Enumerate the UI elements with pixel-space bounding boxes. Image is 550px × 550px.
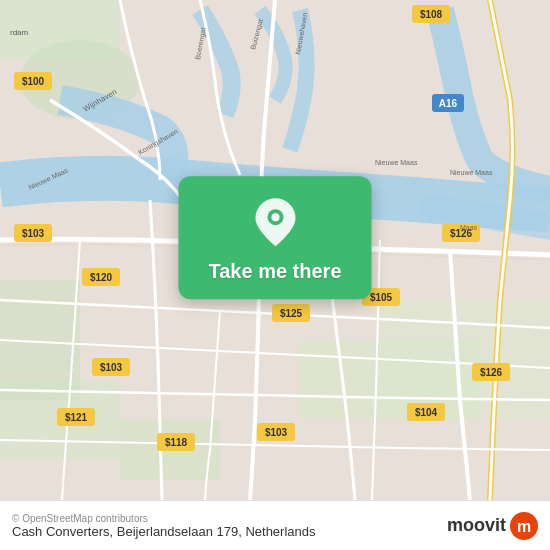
- take-me-there-button[interactable]: Take me there: [178, 176, 371, 299]
- moovit-brand-text: moovit: [447, 515, 506, 536]
- svg-text:Maas: Maas: [460, 224, 478, 231]
- cta-label-text: Take me there: [208, 260, 341, 283]
- svg-text:$105: $105: [370, 292, 393, 303]
- svg-text:$108: $108: [420, 9, 443, 20]
- copyright-text: © OpenStreetMap contributors: [12, 513, 316, 524]
- moovit-icon: m: [510, 512, 538, 540]
- svg-text:$118: $118: [165, 437, 188, 448]
- svg-text:rdam: rdam: [10, 28, 29, 37]
- svg-text:$103: $103: [265, 427, 288, 438]
- address-text: Cash Converters, Beijerlandselaan 179, N…: [12, 524, 316, 539]
- map-container: $100 $108 A16 $103 $120 $125 $105 $103 $…: [0, 0, 550, 500]
- svg-text:$100: $100: [22, 76, 45, 87]
- svg-text:A16: A16: [439, 98, 458, 109]
- pin-icon: [253, 196, 297, 252]
- svg-text:$120: $120: [90, 272, 113, 283]
- svg-point-47: [271, 213, 279, 221]
- svg-text:$103: $103: [22, 228, 45, 239]
- footer-left: © OpenStreetMap contributors Cash Conver…: [12, 513, 316, 539]
- svg-text:$104: $104: [415, 407, 438, 418]
- footer: © OpenStreetMap contributors Cash Conver…: [0, 500, 550, 550]
- svg-text:Nieuwe Maas: Nieuwe Maas: [375, 159, 418, 166]
- moovit-logo: moovit m: [447, 512, 538, 540]
- svg-text:$126: $126: [480, 367, 503, 378]
- svg-text:$125: $125: [280, 308, 303, 319]
- svg-text:$121: $121: [65, 412, 88, 423]
- svg-text:$103: $103: [100, 362, 123, 373]
- svg-text:m: m: [517, 518, 531, 535]
- svg-text:Nieuwe Maas: Nieuwe Maas: [450, 169, 493, 176]
